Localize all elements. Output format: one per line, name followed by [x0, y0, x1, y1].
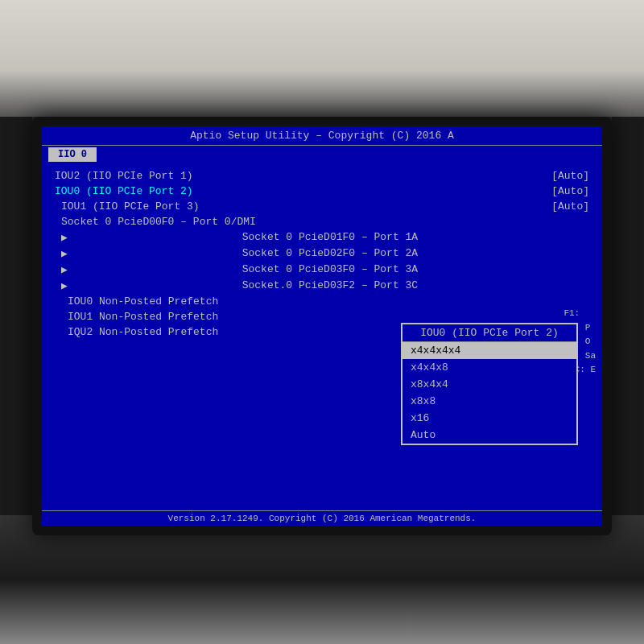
tab-bar: IIO 0 [42, 146, 602, 162]
menu-item-iou0-nonpost[interactable]: IOU0 Non-Posted Prefetch [55, 294, 589, 309]
help-f1: F1: [564, 307, 596, 321]
submenu-item-x8x4x4[interactable]: x8x4x4 [402, 376, 576, 393]
submenu-item-x4x4x8[interactable]: x4x4x8 [402, 359, 576, 376]
menu-item-socket0-d01f0[interactable]: ▶ Socket 0 PcieD01F0 – Port 1A [55, 229, 589, 246]
menu-item-socket0-d00f0[interactable]: Socket 0 PcieD00F0 – Port 0/DMI [55, 214, 589, 229]
arrow-icon: ▶ [61, 247, 68, 260]
menu-item-socket0-d03f0[interactable]: ▶ Socket 0 PcieD03F0 – Port 3A [55, 262, 589, 278]
bios-screen: Aptio Setup Utility – Copyright (C) 2016… [42, 126, 602, 526]
monitor-bezel: Aptio Setup Utility – Copyright (C) 2016… [32, 117, 612, 535]
photo-frame: Aptio Setup Utility – Copyright (C) 2016… [0, 0, 644, 644]
arrow-icon: ▶ [61, 231, 68, 244]
submenu-item-auto[interactable]: Auto [402, 427, 576, 444]
menu-item-iou0[interactable]: IOU0 (IIO PCIe Port 2) [Auto] [55, 184, 589, 199]
submenu-title: IOU0 (IIO PCIe Port 2) [402, 324, 576, 342]
status-bar: Version 2.17.1249. Copyright (C) 2016 Am… [42, 510, 602, 526]
submenu-item-x16[interactable]: x16 [402, 410, 576, 427]
content-area: IOU2 (IIO PCIe Port 1) [Auto] IOU0 (IIO … [42, 162, 602, 346]
arrow-icon: ▶ [61, 279, 68, 292]
submenu-popup: IOU0 (IIO PCIe Port 2) x4x4x4x4 x4x4x8 x… [401, 323, 578, 445]
menu-item-iou1[interactable]: IOU1 (IIO PCIe Port 3) [Auto] [55, 199, 589, 214]
bg-right [612, 117, 644, 535]
submenu-item-x4x4x4x4[interactable]: x4x4x4x4 [402, 342, 576, 359]
bg-left [0, 117, 32, 535]
menu-item-iou2[interactable]: IOU2 (IIO PCIe Port 1) [Auto] [55, 168, 589, 184]
submenu-item-x8x8[interactable]: x8x8 [402, 393, 576, 410]
tab-iio0[interactable]: IIO 0 [48, 147, 97, 162]
menu-item-socket0-d02f0[interactable]: ▶ Socket 0 PcieD02F0 – Port 2A [55, 246, 589, 262]
bg-top [0, 0, 644, 117]
bios-title-bar: Aptio Setup Utility – Copyright (C) 2016… [42, 126, 602, 146]
arrow-icon: ▶ [61, 263, 68, 276]
bios-title: Aptio Setup Utility – Copyright (C) 2016… [190, 130, 454, 142]
menu-item-socket0-d03f2[interactable]: ▶ Socket.0 PcieD03F2 – Port 3C [55, 278, 589, 294]
